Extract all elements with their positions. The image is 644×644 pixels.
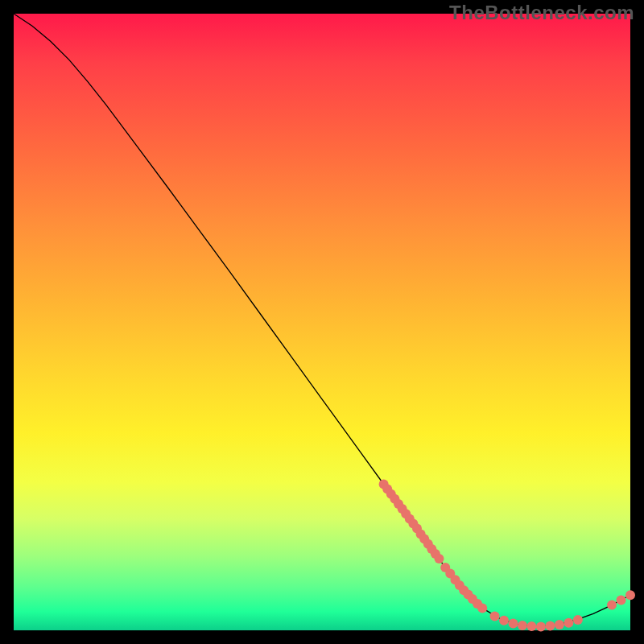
chart-svg	[14, 14, 630, 630]
data-point	[477, 603, 487, 613]
watermark-text: TheBottleneck.com	[449, 2, 634, 24]
data-point	[625, 590, 635, 600]
bottleneck-curve	[14, 14, 630, 626]
data-point	[545, 621, 555, 631]
data-point	[555, 620, 564, 630]
data-point	[564, 618, 573, 628]
data-point	[509, 619, 518, 629]
data-point	[490, 611, 500, 621]
data-point	[526, 621, 536, 631]
data-point	[518, 621, 527, 630]
chart-frame: TheBottleneck.com	[0, 0, 644, 644]
data-points	[379, 480, 635, 632]
data-point	[617, 596, 626, 605]
data-point	[536, 621, 546, 631]
data-point	[499, 616, 509, 625]
data-point	[607, 601, 617, 610]
data-point	[573, 615, 583, 625]
data-point	[435, 554, 444, 564]
plot-area	[14, 14, 630, 630]
